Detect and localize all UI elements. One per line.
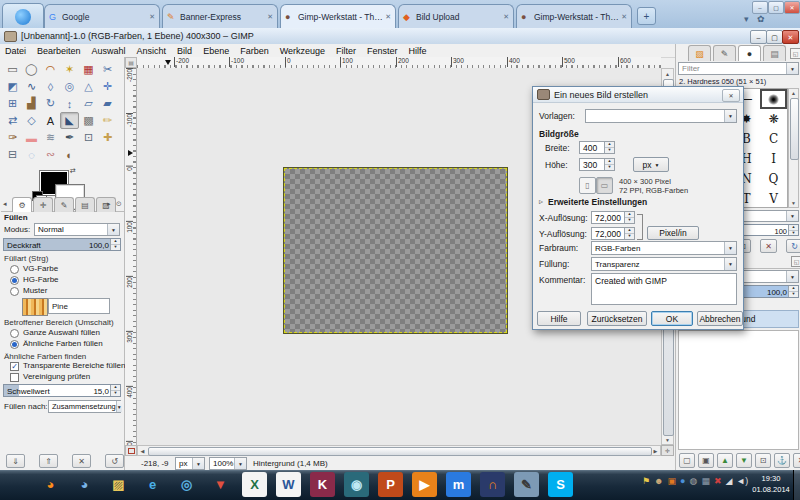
- grid-scroll-thumb[interactable]: [790, 98, 799, 160]
- tool-button[interactable]: ∾: [41, 146, 60, 163]
- menu-item[interactable]: Ebene: [203, 46, 229, 56]
- sample-merged-checkbox[interactable]: [10, 373, 19, 382]
- tool-button[interactable]: ✛: [98, 78, 117, 95]
- show-desktop-button[interactable]: [793, 470, 800, 500]
- advanced-settings-label[interactable]: Erweiterte Einstellungen: [548, 197, 647, 207]
- tool-button[interactable]: ◯: [22, 61, 41, 78]
- tool-button[interactable]: ✶: [60, 61, 79, 78]
- brush-cell[interactable]: Q: [760, 169, 787, 189]
- dock-tab[interactable]: ⚙: [12, 197, 32, 212]
- scroll-left-icon[interactable]: ◀: [138, 446, 147, 455]
- taskbar-app-button[interactable]: ◕: [72, 472, 97, 497]
- browser-tab[interactable]: ● Gimp-Werkstatt - Thema anzei... ✕: [516, 4, 632, 28]
- brush-cell[interactable]: V: [760, 189, 787, 208]
- xres-spinner[interactable]: ▲▼: [624, 212, 634, 223]
- brush-cell[interactable]: ❋: [760, 109, 787, 129]
- brush-cell[interactable]: [760, 89, 787, 109]
- tool-button[interactable]: ▱: [79, 95, 98, 112]
- gimp-close-button[interactable]: ✕: [782, 30, 799, 44]
- taskbar-app-button[interactable]: e: [140, 472, 165, 497]
- brush-cell[interactable]: I: [760, 149, 787, 169]
- tool-button[interactable]: ◇: [22, 112, 41, 129]
- tabs-scroll-right-icon[interactable]: ▸: [107, 200, 111, 208]
- hg-color-radio[interactable]: [10, 276, 19, 285]
- unit-select-button[interactable]: px ▼: [633, 157, 669, 172]
- browser-tab[interactable]: ● Gimp-Werkstatt - Thema anzei... ✕: [280, 4, 396, 28]
- tab-close-icon[interactable]: ✕: [621, 13, 627, 21]
- menu-item[interactable]: Filter: [336, 46, 356, 56]
- width-spinner[interactable]: ▲▼: [604, 142, 614, 153]
- layer-action-button[interactable]: ▼: [736, 453, 752, 468]
- browser-tab[interactable]: G Google ✕: [44, 4, 160, 28]
- fill-select[interactable]: Transparenz▼: [591, 257, 737, 271]
- tool-button[interactable]: △: [79, 78, 98, 95]
- taskbar-clock[interactable]: 19:30 01.08.2014: [750, 473, 792, 495]
- taskbar-app-button[interactable]: ▨: [106, 472, 131, 497]
- tool-button[interactable]: ⇄: [3, 112, 22, 129]
- taskbar-app-button[interactable]: ◉: [344, 472, 369, 497]
- pattern-name-box[interactable]: Pine: [48, 298, 110, 314]
- tool-button[interactable]: ▬: [22, 129, 41, 146]
- dock-tab[interactable]: ▨: [688, 45, 711, 61]
- swap-colors-icon[interactable]: ⇄: [70, 167, 76, 175]
- tool-button[interactable]: ✂: [98, 61, 117, 78]
- browser-tab[interactable]: ✎ Banner-Express ✕: [162, 4, 278, 28]
- browser-maximize-button[interactable]: ▢: [768, 1, 784, 14]
- gimp-minimize-button[interactable]: –: [750, 30, 767, 44]
- tool-button[interactable]: ▦: [79, 61, 98, 78]
- menu-item[interactable]: Hilfe: [409, 46, 427, 56]
- resolution-unit-button[interactable]: Pixel/in: [647, 226, 699, 240]
- scroll-up-icon[interactable]: ▲: [662, 69, 673, 78]
- taskbar-app-button[interactable]: ▶: [412, 472, 437, 497]
- tool-button[interactable]: ▭: [3, 61, 22, 78]
- fill-transparent-checkbox[interactable]: ✓: [10, 362, 19, 371]
- tray-icon[interactable]: ◢: [725, 477, 732, 486]
- brush-filter-input[interactable]: Filter▼: [678, 62, 799, 75]
- tool-button[interactable]: ↻: [41, 95, 60, 112]
- unit-select[interactable]: px▼: [175, 457, 205, 470]
- tab-close-icon[interactable]: ✕: [503, 13, 509, 21]
- dock-tab[interactable]: ✎: [713, 45, 736, 61]
- taskbar-app-button[interactable]: P: [378, 472, 403, 497]
- preset-button[interactable]: ✕: [72, 454, 91, 468]
- taskbar-app-button[interactable]: S: [548, 472, 573, 497]
- taskbar-app-button[interactable]: W: [276, 472, 301, 497]
- taskbar-app-button[interactable]: K: [310, 472, 335, 497]
- tray-icon[interactable]: ✖: [714, 477, 722, 486]
- tray-icon[interactable]: ☻: [654, 477, 663, 486]
- tray-icon[interactable]: ◍: [690, 477, 698, 486]
- feed-dropdown-icon[interactable]: ▾: [744, 14, 749, 24]
- taskbar-app-button[interactable]: ∩: [480, 472, 505, 497]
- menu-item[interactable]: Bearbeiten: [37, 46, 81, 56]
- browser-menu-button[interactable]: [2, 3, 44, 29]
- height-input[interactable]: 300 ▲▼: [579, 158, 615, 171]
- quick-mask-toggle[interactable]: [125, 445, 137, 456]
- tool-button[interactable]: ≋: [41, 129, 60, 146]
- layer-action-button[interactable]: ▲: [717, 453, 733, 468]
- tool-button[interactable]: ⊟: [3, 146, 22, 163]
- tray-icon[interactable]: ●: [680, 477, 685, 486]
- dock-tab[interactable]: ▤: [75, 197, 95, 212]
- tool-button[interactable]: ⊞: [3, 95, 22, 112]
- fill-by-select[interactable]: Zusammensetzung▼: [48, 400, 121, 413]
- brush-action-button[interactable]: ✕: [760, 239, 777, 253]
- dock-tab[interactable]: ▤: [763, 45, 786, 61]
- tab-close-icon[interactable]: ✕: [267, 13, 273, 21]
- layer-action-button[interactable]: ✕: [793, 453, 800, 468]
- gimp-title-bar[interactable]: [Unbenannt]-1.0 (RGB-Farben, 1 Ebene) 40…: [0, 28, 800, 45]
- expander-icon[interactable]: ▹: [539, 197, 543, 206]
- taskbar-app-button[interactable]: ◕: [38, 472, 63, 497]
- tray-icon[interactable]: ▦: [701, 477, 710, 486]
- brush-action-button[interactable]: ↻: [786, 239, 800, 253]
- resolution-chain-icon[interactable]: [637, 214, 643, 240]
- vertical-ruler[interactable]: -200-1000100200300400500: [125, 68, 137, 445]
- colorspace-select[interactable]: RGB-Farben▼: [591, 241, 737, 255]
- help-button[interactable]: Hilfe: [537, 311, 581, 326]
- dialog-close-button[interactable]: ✕: [722, 89, 740, 102]
- browser-minimize-button[interactable]: –: [752, 1, 768, 14]
- tool-button[interactable]: ↕: [60, 95, 79, 112]
- menu-item[interactable]: Datei: [5, 46, 26, 56]
- scroll-down-icon[interactable]: ▼: [789, 199, 798, 207]
- dock-corner-menu-icon[interactable]: ◱: [790, 48, 800, 59]
- tool-button[interactable]: ✏: [98, 112, 117, 129]
